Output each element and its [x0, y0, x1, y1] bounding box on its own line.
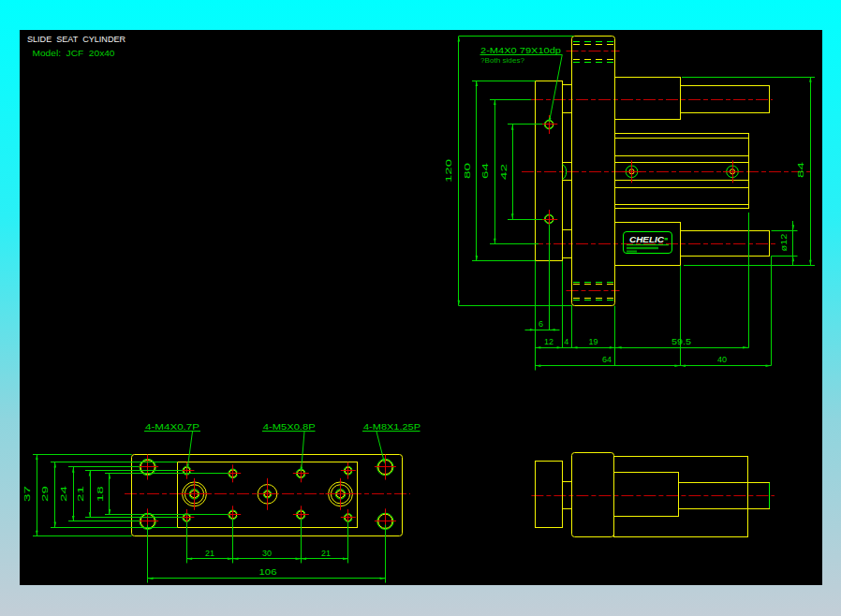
svg-text:21: 21 — [205, 549, 214, 558]
svg-text:2-M4X0 79X10dp: 2-M4X0 79X10dp — [480, 46, 561, 55]
svg-text:SLIDE SEAT CYLINDER: SLIDE SEAT CYLINDER — [27, 34, 125, 44]
svg-text:106: 106 — [259, 567, 277, 577]
svg-text:6: 6 — [539, 319, 543, 329]
svg-text:64: 64 — [602, 355, 612, 364]
svg-text:84: 84 — [796, 162, 805, 178]
svg-text:4: 4 — [564, 337, 568, 346]
svg-text:4-M8X1.25P: 4-M8X1.25P — [363, 422, 420, 432]
svg-text:64: 64 — [480, 163, 490, 179]
svg-text:30: 30 — [262, 549, 272, 558]
svg-text:4-M5X0.8P: 4-M5X0.8P — [263, 422, 316, 432]
svg-text:120: 120 — [444, 159, 453, 183]
svg-text:21: 21 — [321, 549, 331, 558]
svg-text:19: 19 — [588, 337, 598, 346]
svg-text:?Both sides?: ?Both sides? — [480, 57, 524, 64]
svg-text:Model: JCF 20x40: Model: JCF 20x40 — [33, 49, 115, 58]
svg-text:37: 37 — [22, 486, 32, 502]
svg-text:21: 21 — [76, 486, 85, 502]
svg-text:29: 29 — [40, 486, 50, 502]
svg-text:24: 24 — [59, 486, 68, 502]
svg-text:12: 12 — [544, 337, 553, 346]
svg-text:CHELIC: CHELIC — [629, 235, 665, 244]
svg-text:4-M4X0.7P: 4-M4X0.7P — [145, 422, 199, 432]
svg-text:59.5: 59.5 — [671, 337, 691, 346]
svg-text:42: 42 — [499, 164, 509, 180]
svg-text:18: 18 — [96, 486, 105, 502]
svg-text:40: 40 — [717, 355, 727, 364]
svg-text:ø12: ø12 — [779, 233, 789, 251]
svg-text:80: 80 — [463, 163, 472, 179]
